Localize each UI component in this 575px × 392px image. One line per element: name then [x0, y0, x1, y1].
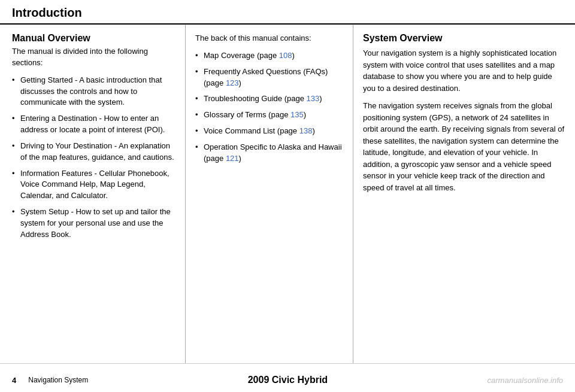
list-item: Driving to Your Destination - An explana… [12, 141, 175, 163]
item-suffix: ) [319, 94, 322, 103]
page-link-135[interactable]: 135 [290, 110, 304, 119]
list-item: Troubleshooting Guide (page 133) [195, 93, 343, 105]
item-suffix: ) [292, 51, 294, 60]
item-text: Troubleshooting Guide (page [204, 94, 307, 103]
item-text: Map Coverage (page [204, 51, 279, 60]
footer-right: carmanualsonline.info [488, 376, 563, 385]
list-item: Map Coverage (page 108) [195, 50, 343, 62]
page-link-138[interactable]: 138 [299, 126, 313, 135]
page-link-108[interactable]: 108 [279, 51, 292, 60]
footer-center-text: 2009 Civic Hybrid [88, 375, 487, 385]
list-item: Glossary of Terms (page 135) [195, 110, 343, 121]
page-header: Introduction [0, 0, 575, 25]
list-item: System Setup - How to set up and tailor … [12, 206, 175, 241]
item-text: Operation Specific to Alaska and Hawaii … [204, 142, 342, 163]
watermark-text: carmanualsonline.info [488, 376, 563, 385]
item-suffix: ) [239, 78, 241, 87]
page-link-123[interactable]: 123 [226, 78, 239, 87]
middle-intro: The back of this manual contains: [195, 33, 343, 44]
footer-nav-system-label: Navigation System [28, 376, 88, 384]
list-item: Frequently Asked Questions (FAQs) (page … [195, 66, 343, 89]
page-link-121[interactable]: 121 [226, 154, 239, 163]
page-title: Introduction [12, 6, 563, 20]
list-item: Entering a Destination - How to enter an… [12, 113, 175, 136]
item-suffix: ) [304, 110, 306, 119]
manual-overview-list: Getting Started - A basic introduction t… [12, 75, 175, 241]
list-item: Voice Command List (page 138) [195, 126, 343, 137]
item-suffix: ) [239, 154, 241, 163]
list-item: Operation Specific to Alaska and Hawaii … [195, 142, 343, 165]
back-contents-list: Map Coverage (page 108) Frequently Asked… [195, 50, 343, 165]
footer-left: 4 Navigation System [12, 376, 88, 385]
left-column: Manual Overview The manual is divided in… [0, 25, 186, 363]
manual-overview-heading: Manual Overview [12, 33, 175, 44]
item-suffix: ) [312, 126, 314, 135]
list-item: Getting Started - A basic introduction t… [12, 75, 175, 109]
system-overview-para-2: The navigation system receives signals f… [363, 100, 565, 193]
content-area: Manual Overview The manual is divided in… [0, 25, 575, 364]
system-overview-para-1: Your navigation system is a highly sophi… [363, 47, 565, 94]
manual-overview-intro: The manual is divided into the following… [12, 46, 175, 69]
page-link-133[interactable]: 133 [307, 94, 320, 103]
footer-page-number: 4 [12, 376, 16, 385]
right-column: System Overview Your navigation system i… [353, 25, 575, 363]
page-footer: 4 Navigation System 2009 Civic Hybrid ca… [0, 368, 575, 392]
footer-car-model: 2009 Civic Hybrid [248, 375, 328, 385]
middle-column: The back of this manual contains: Map Co… [186, 25, 353, 363]
item-text: Glossary of Terms (page [204, 110, 290, 119]
item-text: Frequently Asked Questions (FAQs) (page [204, 67, 328, 87]
list-item: Information Features - Cellular Phoneboo… [12, 168, 175, 202]
system-overview-heading: System Overview [363, 33, 565, 44]
page-container: Introduction Manual Overview The manual … [0, 0, 575, 392]
item-text: Voice Command List (page [204, 126, 299, 135]
